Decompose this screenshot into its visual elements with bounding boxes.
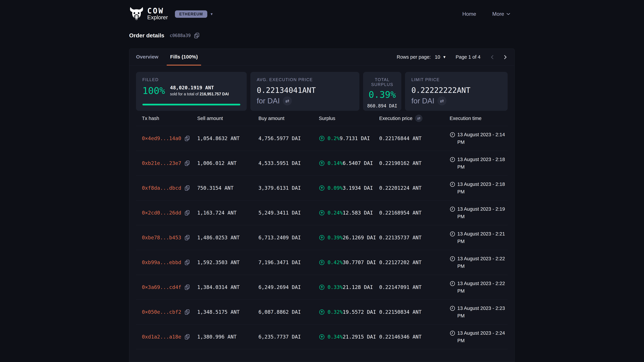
- copy-tx-hash-button[interactable]: [185, 185, 190, 191]
- surplus-amount: 19.5572 DAI: [343, 309, 376, 315]
- surplus-cell: 0.14%6.5407 DAI: [319, 160, 379, 166]
- fill-progress-bar: [142, 104, 240, 105]
- execution-time-text: 13 August 2023 - 2:18 PM: [457, 180, 509, 196]
- sell-amount-cell: 750.3154 ANT: [197, 185, 258, 191]
- buy-amount-cell: 4,756.5977 DAI: [258, 135, 319, 141]
- top-bar: COW Explorer ETHEREUM ▼ Home More: [129, 0, 515, 28]
- copy-tx-hash-button[interactable]: [185, 136, 190, 141]
- nav-home[interactable]: Home: [462, 11, 476, 17]
- execution-time-cell: 13 August 2023 - 2:22 PM: [450, 280, 509, 295]
- surplus-percent: 0.14%: [328, 160, 343, 166]
- card-avg-execution-price: AVG. EXECUTION PRICE 0.22134041ANT for D…: [250, 72, 360, 111]
- filled-label: FILLED: [142, 77, 240, 82]
- sell-amount-cell: 1,054.8632 ANT: [197, 135, 258, 141]
- avg-price-invert-button[interactable]: ⇄: [283, 96, 292, 105]
- surplus-up-arrow-icon: [319, 160, 325, 166]
- execution-time-text: 13 August 2023 - 2:19 PM: [457, 205, 509, 220]
- tx-hash-link[interactable]: 0×050e...cbf2: [142, 309, 181, 315]
- rows-per-page-select[interactable]: 10 ▼: [435, 54, 446, 60]
- copy-icon: [194, 33, 200, 38]
- tx-hash-link[interactable]: 0xb21e...23e7: [142, 160, 181, 166]
- limit-price-invert-button[interactable]: ⇄: [438, 96, 446, 105]
- table-row: 0×4ed9...14a0 1,054.8632 ANT 4,756.5977 …: [136, 126, 508, 151]
- execution-time-cell: 13 August 2023 - 2:18 PM: [450, 156, 509, 171]
- surplus-amount: 9.7131 DAI: [340, 135, 370, 141]
- logo-cow-text: COW: [147, 7, 168, 14]
- sell-amount-cell: 1,006.012 ANT: [197, 160, 258, 166]
- page-status: Page 1 of 4: [456, 54, 480, 60]
- tab-fills[interactable]: Fills (100%): [167, 49, 201, 65]
- surplus-cell: 0.2%9.7131 DAI: [319, 135, 379, 141]
- copy-tx-hash-button[interactable]: [185, 260, 190, 265]
- chevron-right-icon: [502, 54, 508, 61]
- col-header-buy-amount: Buy amount: [258, 116, 319, 121]
- tx-hash-link[interactable]: 0xb99a...ebbd: [142, 259, 181, 265]
- buy-amount-cell: 3,379.6131 DAI: [258, 185, 319, 191]
- col-header-execution-time: Execution time: [450, 116, 508, 121]
- sell-amount-cell: 1,592.3503 ANT: [197, 259, 258, 265]
- tx-hash-link[interactable]: 0xf8da...dbcd: [142, 185, 181, 191]
- total-surplus-percent: 0.39%: [368, 89, 396, 100]
- copy-icon: [185, 285, 190, 290]
- copy-tx-hash-button[interactable]: [185, 210, 190, 216]
- network-selector[interactable]: ETHEREUM: [175, 10, 207, 18]
- surplus-up-arrow-icon: [319, 334, 325, 340]
- execution-price-cell: 0.22127202 ANT: [379, 259, 450, 265]
- chevron-down-icon: [506, 13, 510, 15]
- execution-time-cell: 13 August 2023 - 2:23 PM: [450, 305, 509, 320]
- execution-price-cell: 0.22146346 ANT: [379, 334, 450, 340]
- surplus-cell: 0.34%21.2915 DAI: [319, 334, 379, 340]
- sell-amount-cell: 1,348.5175 ANT: [197, 309, 258, 315]
- next-page-button[interactable]: [502, 54, 508, 61]
- copy-tx-hash-button[interactable]: [185, 285, 190, 290]
- swap-icon: ⇄: [285, 98, 289, 104]
- execution-time-cell: 13 August 2023 - 2:14 PM: [450, 131, 509, 146]
- tx-hash-link[interactable]: 0×4ed9...14a0: [142, 135, 181, 141]
- table-row: 0xd1a2...a18e 1,380.996 ANT 6,235.7737 D…: [136, 324, 508, 349]
- price-invert-toggle-button[interactable]: ⇄: [415, 115, 422, 122]
- filled-sold-line: sold for a total of 216,951.757 DAI: [170, 92, 229, 96]
- fills-table: Tx hash Sell amount Buy amount Surplus E…: [136, 111, 508, 349]
- nav-more[interactable]: More: [492, 11, 510, 17]
- copy-tx-hash-button[interactable]: [185, 235, 190, 240]
- pager: [490, 54, 508, 61]
- prev-page-button[interactable]: [490, 54, 495, 61]
- order-panel: Overview Fills (100%) Rows per page: 10 …: [129, 49, 514, 362]
- card-total-surplus: TOTAL SURPLUS 0.39% 860.894 DAI: [363, 72, 401, 111]
- surplus-amount: 12.583 DAI: [343, 210, 373, 216]
- execution-price-cell: 0.22176844 ANT: [379, 135, 450, 141]
- clock-icon: [450, 206, 455, 212]
- cow-explorer-logo[interactable]: COW Explorer: [129, 7, 168, 21]
- logo-wordmark: COW Explorer: [147, 7, 168, 21]
- surplus-cell: 0.33%21.128 DAI: [319, 284, 379, 290]
- tx-hash-link[interactable]: 0xd1a2...a18e: [142, 334, 181, 340]
- surplus-amount: 21.128 DAI: [343, 284, 373, 290]
- surplus-cell: 0.42%30.7707 DAI: [319, 259, 379, 266]
- copy-icon: [185, 260, 190, 265]
- copy-tx-hash-button[interactable]: [185, 334, 190, 340]
- surplus-percent: 0.24%: [328, 210, 343, 216]
- copy-tx-hash-button[interactable]: [185, 161, 190, 166]
- copy-order-id-button[interactable]: [194, 33, 200, 38]
- copy-icon: [185, 185, 190, 191]
- tx-hash-link[interactable]: 0×2cd0...26dd: [142, 210, 181, 216]
- limit-price-label: LIMIT PRICE: [412, 77, 501, 82]
- tab-overview[interactable]: Overview: [133, 49, 162, 65]
- title-row: Order details c0688a39: [129, 32, 200, 39]
- table-header-row: Tx hash Sell amount Buy amount Surplus E…: [136, 111, 508, 126]
- execution-time-cell: 13 August 2023 - 2:18 PM: [450, 180, 509, 196]
- surplus-amount: 6.5407 DAI: [343, 160, 373, 166]
- tx-hash-link[interactable]: 0×3a69...cd4f: [142, 284, 181, 290]
- table-row: 0xb99a...ebbd 1,592.3503 ANT 7,196.3471 …: [136, 250, 508, 275]
- tx-hash-link[interactable]: 0xbe78...b453: [142, 235, 181, 241]
- logo-explorer-text: Explorer: [147, 14, 168, 21]
- avg-price-label: AVG. EXECUTION PRICE: [257, 77, 353, 82]
- surplus-up-arrow-icon: [319, 235, 325, 241]
- sell-amount-cell: 1,163.724 ANT: [197, 210, 258, 216]
- surplus-up-arrow-icon: [319, 210, 325, 216]
- filled-percent: 100%: [142, 85, 165, 96]
- copy-tx-hash-button[interactable]: [185, 309, 190, 315]
- table-body: 0×4ed9...14a0 1,054.8632 ANT 4,756.5977 …: [136, 126, 508, 349]
- main-nav: Home More: [462, 11, 510, 17]
- order-id: c0688a39: [170, 33, 191, 38]
